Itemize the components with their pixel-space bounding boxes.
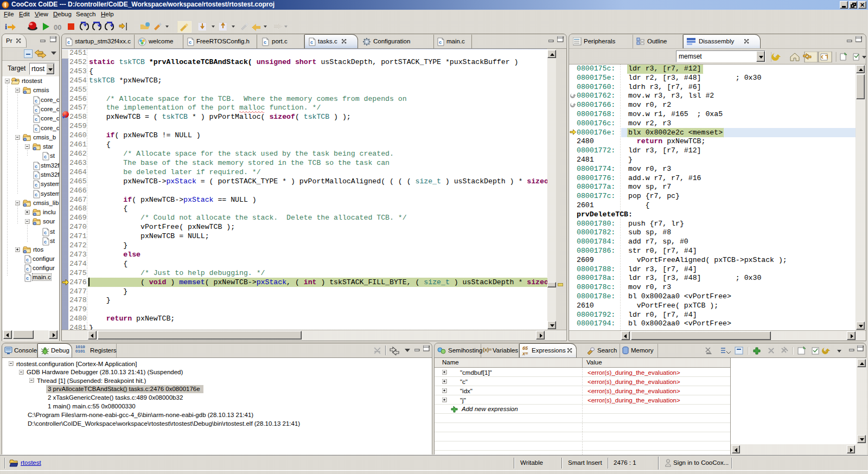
svg-text:00: 00 [54,23,61,31]
svg-text:i: i [5,23,7,31]
